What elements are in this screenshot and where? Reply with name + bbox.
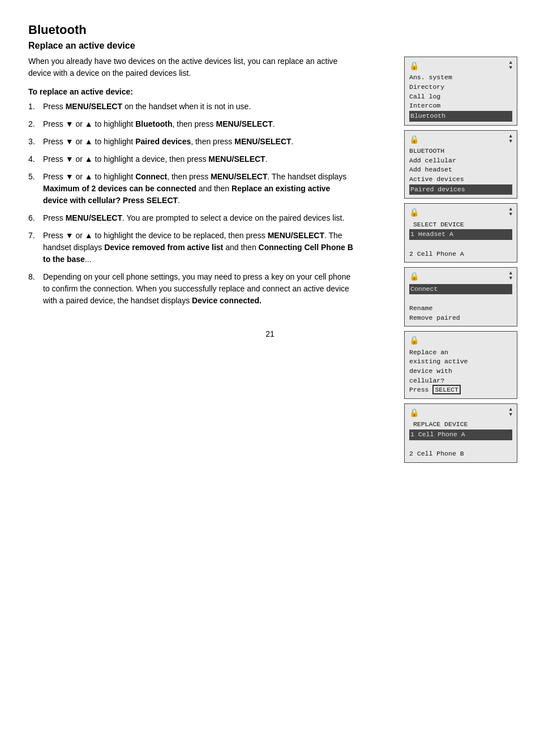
step-3: 3. Press ▼ or ▲ to highlight Paired devi… [28,136,357,148]
screen3-content: SELECT DEVICE 1 Headset A 2 Cell Phone A [409,220,512,259]
screen6-content: REPLACE DEVICE 1 Cell Phone A 2 Cell Pho… [409,420,512,459]
screen-select-device: 🔒 ▲ ▼ SELECT DEVICE 1 Headset A 2 Cell P… [404,203,517,263]
lock-icon-2: 🔒 [409,134,419,145]
screen-replace-device: 🔒 ▲ ▼ REPLACE DEVICE 1 Cell Phone A 2 Ce… [404,403,517,463]
scroll-arrows: ▲ ▼ [509,61,512,71]
lock-icon-6: 🔒 [409,407,419,419]
step-8: 8. Depending on your cell phone settings… [28,271,357,307]
lock-icon-3: 🔒 [409,207,419,218]
step-2: 2. Press ▼ or ▲ to highlight Bluetooth, … [28,118,357,130]
lock-icon: 🔒 [409,61,419,72]
screen-bluetooth-menu: 🔒 ▲ ▼ BLUETOOTH Add cellular Add headset… [404,130,517,199]
lock-icon-5: 🔒 [409,335,419,346]
steps-list: 1. Press MENU/SELECT on the handset when… [28,101,357,307]
screen1-content: Ans. system Directory Call log Intercom … [409,73,512,121]
screen-connect-menu: 🔒 ▲ ▼ Connect Rename Remove paired [404,267,517,327]
step-5: 5. Press ▼ or ▲ to highlight Connect, th… [28,171,357,207]
step-6: 6. Press MENU/SELECT. You are prompted t… [28,212,357,224]
lock-icon-4: 🔒 [409,271,419,282]
scroll-arrows-4: ▲ ▼ [509,271,512,281]
step-7: 7. Press ▼ or ▲ to highlight the device … [28,230,357,265]
scroll-arrows-6: ▲ ▼ [509,407,512,418]
step-1: 1. Press MENU/SELECT on the handset when… [28,101,357,113]
screen-replace-prompt: 🔒 Replace an existing active device with… [404,331,517,399]
step-4: 4. Press ▼ or ▲ to highlight a device, t… [28,153,357,165]
screen-menu: 🔒 ▲ ▼ Ans. system Directory Call log Int… [404,57,517,126]
screen2-content: BLUETOOTH Add cellular Add headset Activ… [409,147,512,195]
scroll-arrows-2: ▲ ▼ [509,134,512,144]
subsection-title: To replace an active device: [28,87,379,96]
page-title: Bluetooth [28,23,379,37]
intro-text: When you already have two devices on the… [28,55,345,79]
screen-column: 🔒 ▲ ▼ Ans. system Directory Call log Int… [404,57,517,463]
section-title: Replace an active device [28,41,379,51]
screen4-content: Connect Rename Remove paired [409,284,512,323]
scroll-arrows-3: ▲ ▼ [509,207,512,217]
screen5-content: Replace an existing active device with c… [409,348,512,395]
